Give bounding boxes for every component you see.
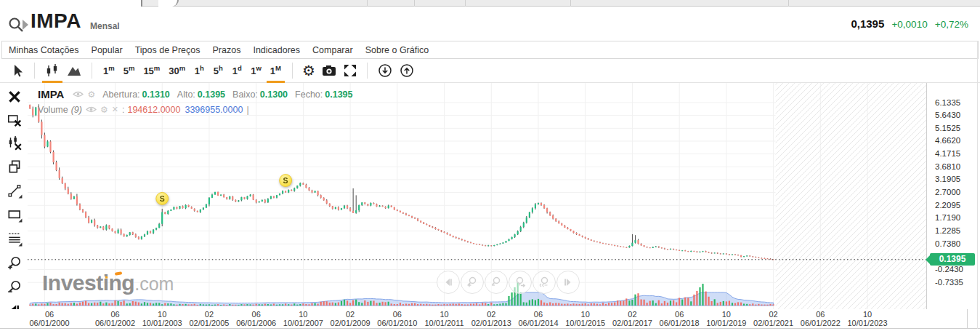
timeframe-5m-button[interactable]: 5m (119, 61, 139, 80)
fullscreen-icon (343, 63, 357, 78)
low-label: Baixo: (232, 89, 258, 100)
tf-num: 1 (103, 65, 108, 76)
investing-watermark: Investing.com (42, 271, 174, 295)
x-axis-label: 1010/01/2019 (706, 310, 746, 327)
volume-legend-row: Volume (9) ⚙ ✕ : 194612.0000 3396955.000… (38, 102, 353, 117)
gear-icon[interactable]: ⚙ (100, 105, 108, 115)
tf-num: 1 (232, 65, 238, 76)
area-type-button[interactable] (63, 61, 85, 80)
tab-separator (788, 0, 789, 7)
eye-icon[interactable] (73, 90, 84, 98)
pan-right-icon (562, 276, 575, 289)
nav-zoom-out-button[interactable] (485, 271, 508, 294)
tf-unit: h (219, 64, 223, 72)
timeframe-15m-button[interactable]: 15m (139, 61, 164, 80)
timeframe-1h-button[interactable]: 1h (190, 61, 208, 80)
remove-indicators-icon[interactable] (7, 135, 23, 151)
zoom-in-icon[interactable] (7, 255, 23, 271)
tf-num: 1 (195, 65, 200, 76)
close-label: Fecho: (295, 89, 323, 100)
y-axis-label: 5.1525 (935, 124, 960, 132)
y-axis-label: 4.6620 (935, 136, 960, 145)
menu-prazos[interactable]: Prazos (213, 45, 241, 55)
timeframe-1w-button[interactable]: 1w (246, 61, 266, 80)
svg-text:S: S (283, 176, 288, 185)
timeframe-30m-button[interactable]: 30m (164, 61, 190, 80)
settings-button[interactable]: ⚙ (299, 61, 318, 80)
timeframe-1d-button[interactable]: 1d (227, 61, 246, 80)
open-label: Abertura: (102, 89, 139, 100)
nav-pan-right-button[interactable] (556, 271, 580, 294)
rectangle-tool-icon[interactable] (7, 207, 23, 223)
close-icon[interactable]: ✕ (112, 105, 118, 114)
tab-separator (465, 0, 466, 7)
x-axis-label: 1010/01/2023 (847, 310, 887, 327)
cursor-tool-button[interactable] (7, 61, 28, 80)
x-axis-label: 0606/01/2006 (236, 310, 276, 327)
signal-marker[interactable]: S (156, 192, 169, 204)
menu-indicadores[interactable]: Indicadores (253, 45, 300, 55)
clone-drawing-icon[interactable] (7, 159, 23, 175)
nav-zoom-forward-button[interactable] (509, 271, 532, 294)
timeframe-1M-button[interactable]: 1M (266, 61, 286, 80)
y-axis-label: 1.2285 (935, 226, 960, 235)
tab-separator (570, 0, 571, 7)
legend-cursor-bar: | (246, 105, 248, 115)
x-axis-label: 0606/01/2002 (95, 310, 135, 327)
quote: 0,1395 +0,0010 +0,72% (851, 17, 968, 30)
volume-param: (9) (71, 105, 82, 115)
nav-zoom-in-button[interactable] (461, 271, 484, 294)
x-axis-label: 0202/01/2021 (753, 310, 793, 327)
watermark-suffix: .com (134, 274, 174, 294)
remove-drawings-icon[interactable] (7, 89, 23, 105)
gear-icon[interactable]: ⚙ (87, 89, 95, 100)
price-axis[interactable]: 0.1395 6.13355.64305.15254.66204.17153.6… (926, 83, 978, 329)
timeframe-5h-button[interactable]: 5h (208, 61, 227, 80)
remove-selected-icon[interactable] (7, 112, 23, 128)
zoom-forward-icon (514, 276, 527, 289)
area-chart-icon (66, 63, 82, 78)
time-axis[interactable]: 0606/01/20000606/01/20021010/01/20030202… (0, 309, 980, 329)
y-axis-label: 4.1715 (935, 149, 960, 158)
colon: : (122, 105, 124, 115)
x-axis-label: 0606/01/2010 (377, 310, 417, 327)
no-data-hatch (776, 83, 926, 309)
fullscreen-button[interactable] (340, 61, 360, 80)
menu-popular[interactable]: Popular (92, 45, 123, 55)
y-axis-label: 2.7000 (935, 188, 960, 196)
cloud-upload-icon (399, 63, 415, 79)
menu-tipos-de-precos[interactable]: Tipos de Preços (135, 45, 201, 55)
menu-sobre-o-grafico[interactable]: Sobre o Gráfico (365, 45, 429, 55)
tab-separator (414, 0, 415, 7)
tf-unit: d (238, 64, 242, 72)
menu-comparar[interactable]: Comparar (312, 45, 353, 55)
save-chart-button[interactable] (374, 61, 396, 80)
fib-retracement-icon[interactable] (7, 231, 23, 247)
tf-unit: M (275, 64, 281, 72)
trendline-icon[interactable] (7, 183, 23, 199)
y-axis-label: -0.7335 (935, 278, 963, 287)
load-chart-button[interactable] (396, 61, 418, 80)
price-change-pct: +0,72% (935, 19, 968, 30)
chart-legend: IMPA ⚙ Abertura: 0.1310 Alto: 0.1395 Bai… (38, 87, 353, 117)
nav-pan-left-button[interactable] (437, 271, 460, 294)
eye-icon[interactable] (86, 105, 97, 113)
tf-num: 5 (123, 65, 129, 76)
chart-area[interactable]: SS IMPA ⚙ Abertura: 0.1310 Alto: 0.1395 … (28, 83, 926, 309)
snapshot-button[interactable] (318, 61, 340, 80)
camera-icon (321, 63, 337, 78)
menu-minhas-cotacoes[interactable]: Minhas Cotações (9, 45, 79, 55)
y-axis-label: 3.6810 (935, 162, 960, 171)
tf-unit: m (129, 64, 134, 72)
cloud-download-icon (377, 63, 393, 79)
zoom-out-icon[interactable] (7, 279, 23, 295)
axis-corner-line (967, 309, 968, 329)
chart-nav-buttons (437, 271, 580, 294)
ohlc-legend-row: IMPA ⚙ Abertura: 0.1310 Alto: 0.1395 Bai… (38, 87, 353, 102)
nav-zoom-reset-button[interactable] (532, 271, 556, 294)
x-axis-label: 1010/01/2011 (424, 310, 463, 327)
timeframe-1m-button[interactable]: 1m (99, 61, 119, 80)
signal-marker[interactable]: S (280, 175, 292, 187)
candlestick-type-button[interactable] (41, 61, 63, 80)
tf-unit: h (200, 64, 204, 72)
